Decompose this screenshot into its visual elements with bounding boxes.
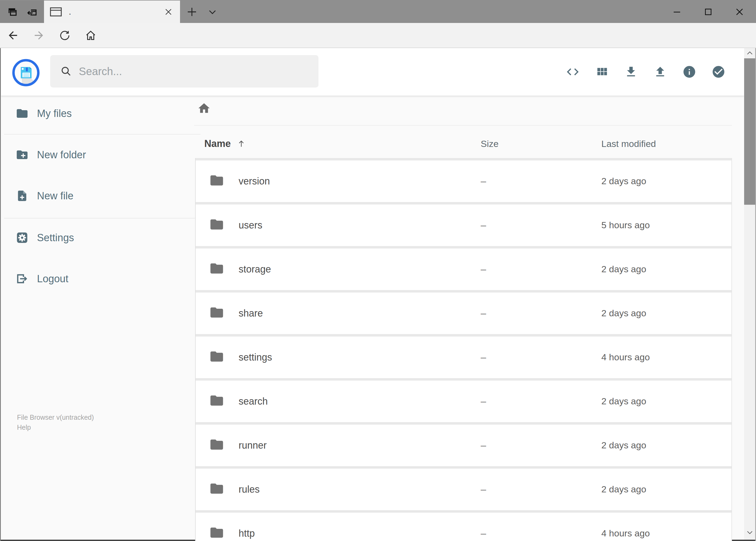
file-row-settings[interactable]: settings – 4 hours ago	[196, 336, 731, 378]
folder-icon	[209, 305, 224, 320]
sidebar: My files New folder New file	[1, 96, 201, 540]
chevron-down-icon	[206, 6, 218, 18]
download-icon[interactable]	[617, 56, 645, 88]
header-actions	[558, 48, 733, 96]
file-row-users[interactable]: users – 5 hours ago	[196, 205, 731, 246]
page-icon	[50, 7, 62, 16]
sort-ascending-icon	[237, 139, 246, 148]
home-button[interactable]	[78, 24, 104, 47]
listing-header: Name Size Last modified	[195, 136, 732, 153]
file-size: –	[481, 352, 486, 363]
back-button[interactable]	[0, 24, 26, 47]
sidebar-divider	[4, 134, 200, 135]
floppy-disk-icon	[21, 67, 32, 78]
breadcrumb-home-button[interactable]	[196, 100, 212, 116]
sidebar-item-label: New folder	[37, 149, 86, 161]
file-name: runner	[239, 440, 267, 451]
file-modified: 5 hours ago	[601, 220, 650, 231]
search-input[interactable]: Search...	[50, 55, 319, 88]
file-name: users	[239, 220, 262, 231]
search-placeholder: Search...	[79, 65, 122, 78]
file-name: storage	[239, 264, 271, 275]
scrollbar-up-button[interactable]	[744, 48, 755, 58]
file-name: search	[239, 396, 268, 407]
grid-view-icon[interactable]	[587, 56, 617, 88]
file-name: version	[239, 176, 270, 187]
file-modified: 2 days ago	[601, 440, 646, 450]
folder-icon	[209, 481, 224, 496]
file-modified: 2 days ago	[601, 176, 646, 186]
file-name: rules	[239, 484, 260, 495]
window-controls	[661, 1, 755, 23]
sidebar-item-settings[interactable]: Settings	[1, 222, 201, 254]
file-modified: 2 days ago	[601, 396, 646, 406]
file-size: –	[481, 396, 486, 407]
sidebar-item-new-file[interactable]: New file	[1, 180, 201, 212]
sidebar-divider	[4, 218, 200, 219]
file-size: –	[481, 440, 486, 451]
file-modified: 4 hours ago	[601, 352, 650, 362]
file-row-search[interactable]: search – 2 days ago	[196, 380, 731, 422]
set-tabs-aside-button[interactable]	[24, 4, 41, 20]
tab-preview-button[interactable]	[4, 4, 20, 20]
new-tab-button[interactable]	[183, 1, 201, 23]
file-name: share	[239, 307, 263, 319]
page-scrollbar[interactable]	[744, 48, 755, 540]
column-header-modified[interactable]: Last modified	[601, 139, 656, 149]
browser-tab[interactable]: .	[44, 1, 180, 23]
file-row-http[interactable]: http – 4 hours ago	[196, 513, 731, 541]
file-row-storage[interactable]: storage – 2 days ago	[196, 249, 731, 290]
sidebar-item-my-files[interactable]: My files	[1, 97, 201, 130]
file-row-share[interactable]: share – 2 days ago	[196, 292, 731, 334]
sidebar-footer: File Browser v(untracked) Help	[17, 412, 94, 432]
tabs-aside-group	[0, 1, 44, 23]
stacked-windows-icon	[5, 5, 19, 19]
plus-icon	[186, 6, 198, 18]
tab-list-button[interactable]	[203, 1, 222, 23]
file-row-runner[interactable]: runner – 2 days ago	[196, 425, 731, 466]
folder-icon	[209, 173, 224, 188]
folder-icon	[209, 393, 224, 408]
tab-close-button[interactable]	[159, 2, 178, 21]
breadcrumb-divider	[194, 125, 732, 126]
new-file-icon	[15, 190, 29, 202]
scrollbar-thumb[interactable]	[744, 58, 755, 205]
select-all-icon[interactable]	[704, 56, 733, 88]
file-size: –	[481, 528, 486, 539]
scrollbar-down-button[interactable]	[744, 527, 755, 537]
column-header-size[interactable]: Size	[481, 139, 499, 149]
code-icon[interactable]	[558, 56, 587, 88]
sidebar-item-label: Logout	[37, 273, 68, 285]
file-row-rules[interactable]: rules – 2 days ago	[196, 469, 731, 510]
sidebar-item-new-folder[interactable]: New folder	[1, 139, 201, 171]
column-name-label: Name	[204, 138, 231, 149]
column-header-name[interactable]: Name	[204, 138, 246, 149]
browser-titlebar: .	[0, 0, 756, 23]
maximize-button[interactable]	[692, 1, 724, 23]
forward-button[interactable]	[26, 24, 52, 47]
version-link[interactable]: File Browser v(untracked)	[17, 412, 94, 422]
set-aside-icon	[25, 5, 39, 19]
close-window-button[interactable]	[724, 1, 755, 23]
info-icon[interactable]	[675, 56, 704, 88]
file-modified: 2 days ago	[601, 308, 646, 318]
folder-icon	[209, 437, 224, 452]
upload-icon[interactable]	[645, 56, 675, 88]
file-row-version[interactable]: version – 2 days ago	[196, 161, 731, 202]
refresh-button[interactable]	[52, 24, 78, 47]
help-link[interactable]: Help	[17, 422, 94, 432]
file-listing-area: Name Size Last modified version – 2 days…	[195, 96, 732, 541]
browser-toolbar: filebrowser.web/files/	[0, 23, 756, 48]
settings-icon	[15, 232, 29, 244]
filebrowser-logo[interactable]	[12, 59, 40, 87]
sidebar-item-logout[interactable]: Logout	[1, 263, 201, 295]
file-size: –	[481, 220, 486, 231]
minimize-button[interactable]	[661, 1, 692, 23]
new-folder-icon	[15, 148, 29, 161]
file-name: http	[239, 528, 255, 539]
file-size: –	[481, 264, 486, 275]
search-icon	[61, 66, 72, 77]
tab-title: .	[69, 7, 159, 16]
file-modified: 2 days ago	[601, 484, 646, 495]
folder-icon	[209, 217, 224, 232]
